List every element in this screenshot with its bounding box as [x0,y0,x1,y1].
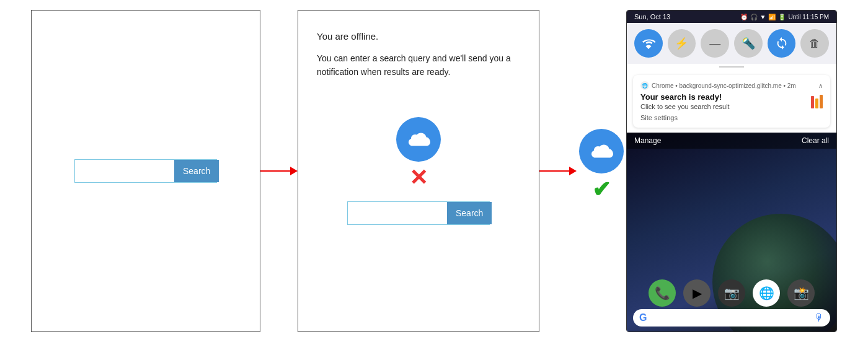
status-icons: ⏰ 🎧 ▼ 📶 🔋 Until 11:15 PM [740,14,830,20]
alarm-icon: ⏰ [740,14,748,20]
arrow-2 [539,167,577,175]
qs-dnd-btn[interactable]: — [701,29,729,58]
arrow-2-line [539,170,569,172]
cloud-icon-1 [396,117,441,162]
notif-book-icon [811,95,823,108]
android-home: Manage Clear all 📞 ▶ 📷 🌐 📸 G 🎙 [627,133,836,331]
wifi-icon [642,37,655,50]
google-search-bar[interactable]: G 🎙 [633,309,830,327]
search-button-2[interactable]: Search [447,202,492,224]
manage-clear-bar: Manage Clear all [627,133,836,149]
check-mark: ✔ [592,178,611,201]
qs-sync-btn[interactable] [768,29,796,58]
notif-body: Click to see you search result [640,103,792,110]
battery-saver-icon: 🗑 [809,37,820,50]
arrow-1-container [260,167,298,175]
clear-all-button[interactable]: Clear all [802,136,829,145]
dock-video-icon[interactable]: 📷 [718,279,745,307]
panel-3-cloud: ✔ [577,129,626,213]
cloud-icon-2 [579,129,624,173]
signal-icon: 📶 [768,14,776,20]
status-date: Sun, Oct 13 [634,13,670,20]
quick-settings: ⚡ — 🔦 🗑 [627,23,836,64]
notif-title: Your search is ready! [640,92,792,102]
qs-battery-btn[interactable]: 🗑 [800,29,829,58]
dnd-icon: — [709,37,720,50]
dock-chrome-icon[interactable]: 🌐 [753,279,780,307]
android-panel: Sun, Oct 13 ⏰ 🎧 ▼ 📶 🔋 Until 11:15 PM ⚡ [626,10,837,332]
search-input-2[interactable] [348,202,447,224]
wifi-status-icon: ▼ [760,14,766,20]
status-bar: Sun, Oct 13 ⏰ 🎧 ▼ 📶 🔋 Until 11:15 PM [627,11,836,23]
dock-play-icon[interactable]: ▶ [683,279,711,307]
arrow-2-container [539,167,577,175]
dock-icons: 📞 ▶ 📷 🌐 📸 [627,279,836,307]
panel-2-content: You are offline. You can enter a search … [298,11,539,331]
headphone-icon: 🎧 [750,14,758,20]
bluetooth-icon: ⚡ [675,37,688,50]
arrow-2-head [569,167,577,175]
offline-body: You can enter a search query and we'll s… [317,51,520,79]
arrow-1-line [260,170,290,172]
dock-phone-icon[interactable]: 📞 [649,279,676,307]
google-g-letter: G [639,312,647,323]
notification-card[interactable]: 🌐 Chrome • background-sync-optimized.gli… [633,75,830,128]
panel-2: You are offline. You can enter a search … [298,10,539,332]
cloud-svg-2 [587,140,616,162]
sync-icon [775,37,789,50]
search-bar-1: Search [74,159,217,183]
arrow-1 [260,167,298,175]
cloud-svg-1 [404,128,433,151]
search-input-1[interactable] [75,160,174,182]
notif-collapse-icon[interactable]: ∧ [818,82,823,89]
qs-wifi-btn[interactable] [634,29,663,58]
notif-source: Chrome • background-sync-optimized.glitc… [652,82,796,89]
notif-header-left: 🌐 Chrome • background-sync-optimized.gli… [640,81,796,90]
search-button-1[interactable]: Search [174,160,219,182]
main-container: Search You are offline. You can enter a … [0,0,868,342]
qs-bluetooth-btn[interactable]: ⚡ [668,29,696,58]
dock-camera-icon[interactable]: 📸 [787,279,815,307]
arrow-1-head [290,167,298,175]
battery-label: Until 11:15 PM [788,14,829,20]
flashlight-icon: 🔦 [742,37,755,50]
chrome-notif-icon: 🌐 [640,81,649,90]
x-mark: ✕ [409,167,428,189]
google-mic-icon[interactable]: 🎙 [814,312,824,323]
notif-header: 🌐 Chrome • background-sync-optimized.gli… [640,81,823,90]
notif-inner: Your search is ready! Click to see you s… [640,92,823,110]
qs-flashlight-btn[interactable]: 🔦 [734,29,763,58]
qs-divider [719,66,744,68]
offline-message: You are offline. You can enter a search … [317,29,520,79]
panel-1: Search [31,10,260,332]
site-settings-link[interactable]: Site settings [640,114,823,121]
search-bar-2: Search [347,201,490,225]
offline-title: You are offline. [317,29,520,44]
battery-icon: 🔋 [778,14,786,20]
manage-button[interactable]: Manage [634,136,661,145]
